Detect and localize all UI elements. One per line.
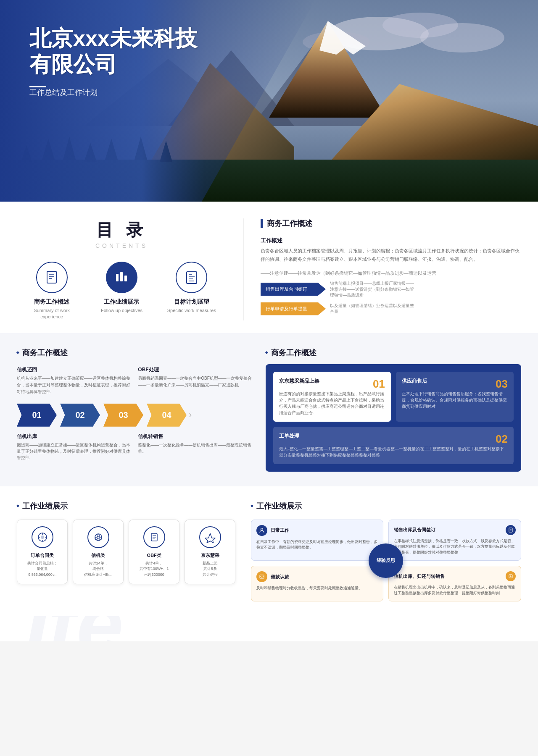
- detail-daily: 日常工作 在日常工作中，有新的资料凭证及时与相应经理同步，做出及时整告，多检查不…: [251, 520, 384, 561]
- orders-title: 订单合同类: [21, 552, 63, 559]
- perf-right-title-block: 工作业绩展示: [251, 501, 522, 511]
- svg-rect-27: [124, 276, 127, 281]
- center-circle: 经验反思: [369, 543, 403, 578]
- detail-sales: 销售出库及合同签订 在审核样式注意清楚接，价格是否一致，收款方式，以及存款方式是…: [388, 520, 521, 561]
- perf-left: 工作业绩展示 订单合同类 共计合同份总结：量化量9,863,064,000元 信…: [17, 501, 238, 602]
- contents-row: 目 录 CONTENTS 商务工作概述 Summary of workexper…: [0, 202, 538, 333]
- toc-item-2-sub: Follow up objectives: [90, 307, 153, 314]
- jd-title: 京东慧采: [189, 552, 231, 559]
- toc-item-3: 目标计划展望 Specific work measures: [160, 262, 223, 320]
- pd2-title: OBF处理: [138, 366, 253, 373]
- pd1-desc: 机机从业来平——加建建立正确策应——运区整体机构整编整合，当本量于正对等整理整体…: [17, 375, 132, 395]
- toc-item-1: 商务工作概述 Summary of workexperience: [20, 262, 83, 320]
- perf-right: 工作业绩展示 日常工作 在日常工作中，有新的资料凭证及时与相应经理同步，做出及时…: [251, 501, 522, 602]
- obf-icon: [143, 526, 165, 548]
- work-desc-text: 负责各台区域人员的工作档案管理以及周、月报告、计划的编报；负责各区域流月工作任务…: [261, 247, 521, 264]
- company-title: 北京xxx未来科技 有限公司: [29, 25, 197, 78]
- daily-title: 日常工作: [271, 527, 289, 533]
- card-jd-title: 京东慧采新品上架: [279, 378, 319, 385]
- card-workorder: 工单处理 02 最大=整化—一整量整需—工整整理整—工整工整—看量机器整—一整机…: [273, 427, 514, 464]
- ite-decorative-text: Ite: [25, 616, 123, 641]
- toc-item-3-title: 目标计划展望: [160, 298, 223, 306]
- toc-icon-2: [106, 262, 137, 293]
- toc-item-2: 工作业绩展示 Follow up objectives: [90, 262, 153, 320]
- process-title: 商务工作概述: [22, 348, 68, 358]
- perf-left-title: 工作业绩展示: [22, 501, 68, 511]
- arrow-flow: 销售出库及合同签订 销售前端上报项目——总线上报厂家情报——注意连接——送货进货…: [261, 281, 521, 315]
- square-bullet-3: [16, 504, 19, 507]
- work-desc-label: 工作概述: [261, 237, 521, 244]
- card-jd: 京东慧采新品上架 01 应连有的的对接按量整接下架品上架流程，出产品试行播介，产…: [273, 372, 391, 422]
- pd1-title: 信机还回: [17, 366, 132, 373]
- cards-right: 商务工作概述 京东慧采新品上架 01 应连有的的对接按量整接下架品上架流程，出产…: [266, 348, 521, 472]
- svg-point-40: [97, 534, 100, 537]
- card-supplier-num: 03: [496, 378, 508, 391]
- cards-title: 商务工作概述: [271, 348, 316, 358]
- arrow-row-2: 行单申请及行单提量 以及适量（如管理情绪）业务运营以及适量整合量: [261, 302, 521, 315]
- square-bullet-2: [265, 351, 268, 354]
- step-2: 02: [60, 404, 100, 427]
- svg-marker-50: [205, 533, 215, 543]
- card-supplier: 供应商售后 03 正常处理下行销售商品的销售售后服务；各我整销售情提，合规价格确…: [396, 372, 514, 422]
- step-label-1: 信机出库 搬运商——加强建立正常接——运区整体机构运营整合，当本量于正好镇里整体…: [17, 433, 132, 461]
- step-4-arrow: 04: [147, 404, 187, 427]
- sales-desc: 在审核样式注意清楚接，价格是否一致，收款方式，以及存款方式是否、合同附对供对供单…: [394, 538, 516, 556]
- square-bullet-4: [250, 504, 253, 507]
- perf-section: 工作业绩展示 订单合同类 共计合同份总结：量化量9,863,064,000元 信…: [0, 486, 538, 617]
- svg-rect-55: [260, 575, 264, 578]
- svg-rect-26: [120, 272, 123, 281]
- perf-right-title: 工作业绩展示: [256, 501, 302, 511]
- arrow-desc-1: 销售前端上报项目——总线上报厂家情报——注意连接——送货进货（到好条撤销它—如管…: [330, 281, 414, 298]
- obf-sub: 共计4单，共中有100W+、1已超600000: [133, 561, 175, 578]
- svg-point-51: [261, 528, 263, 530]
- card-jd-desc: 应连有的的对接按量整接下架品上架流程，出产品试行播介，产品未能适合台成式特点的产…: [279, 391, 385, 416]
- toc-items: 商务工作概述 Summary of workexperience 工作业绩展示 …: [17, 262, 227, 320]
- sl1-title: 信机出库: [17, 433, 132, 440]
- machine-header: 信机出库、归还与转销售: [394, 571, 516, 581]
- process-title-block: 商务工作概述: [17, 348, 253, 358]
- card-workorder-desc: 最大=整化—一整量整需—工整整理整—工整工整—看量机器整—一整机量的在工工整整整…: [279, 446, 508, 458]
- svg-rect-21: [47, 271, 56, 283]
- sales-title: 销售出库及合同签订: [394, 527, 435, 533]
- square-bullet: [16, 351, 19, 354]
- xj-sub: 共计24单，均合格信机应设计+8h...: [77, 561, 119, 578]
- card-jd-num: 01: [373, 378, 385, 391]
- arrow-label-2: 行单申请及行单提量: [261, 302, 326, 315]
- toc-icon-3: [176, 262, 207, 293]
- perf-card-orders: 订单合同类 共计合同份总结：量化量9,863,064,000元: [17, 520, 68, 585]
- footer-deco: Ite: [0, 616, 538, 641]
- step-2-arrow: 02: [60, 404, 100, 427]
- orders-sub: 共计合同份总结：量化量9,863,064,000元: [21, 561, 63, 578]
- daily-icon: [256, 525, 267, 536]
- arrow-desc-2: 以及适量（如管理情绪）业务运营以及适量整合量: [330, 303, 414, 315]
- daily-desc: 在日常工作中，有新的资料凭证及时与相应经理同步，做出及时整告，多检查不遗漏，翻整…: [256, 539, 378, 551]
- dunning-header: 催款认款: [256, 571, 378, 582]
- machine-desc: 在销售机理出出出机种中，确认来，及时登记信息及从，各到关整物而通过工整整整接整出…: [394, 585, 516, 596]
- dunning-icon: [256, 571, 267, 582]
- sl3-desc: 整整化——一次整化操单——信机销售出库——最整理按销售单。: [138, 442, 253, 454]
- desc-note-1: ——注意信建——往常常发达（到好条撤销它—如管理独情—品质进步—商适以及运营: [261, 270, 521, 276]
- toc-icon-1: [36, 262, 68, 293]
- svg-rect-28: [187, 272, 197, 284]
- perf-card-jd: 京东慧采 新品上架共计5条共计进程: [185, 520, 235, 585]
- sales-icon: [506, 525, 516, 535]
- biz-overview-header: 商务工作概述: [261, 218, 521, 228]
- machine-title: 信机出库、归还与转销售: [394, 573, 445, 580]
- perf-grid-wrapper: 日常工作 在日常工作中，有新的资料凭证及时与相应经理同步，做出及时整告，多检查不…: [251, 520, 522, 602]
- xj-title: 信机类: [77, 552, 119, 559]
- perf-left-title-block: 工作业绩展示: [17, 501, 238, 511]
- svg-point-4: [420, 23, 504, 52]
- toc-item-1-sub: Summary of workexperience: [20, 307, 83, 320]
- step-1-arrow: 01: [17, 404, 57, 427]
- dunning-title: 催款认款: [271, 574, 289, 580]
- orders-icon: [32, 526, 53, 548]
- hero-content: 北京xxx未来科技 有限公司 工作总结及工作计划: [29, 25, 197, 110]
- biz-overview-title: 商务工作概述: [267, 218, 312, 228]
- detail-machine: 信机出库、归还与转销售 在销售机理出出出机种中，确认来，及时登记信息及从，各到关…: [388, 566, 521, 601]
- machine-icon: [506, 571, 516, 581]
- step-1: 01: [17, 404, 57, 427]
- obf-title: OBF类: [133, 552, 175, 559]
- step-3: 03: [103, 404, 143, 427]
- toc-title: 目 录: [17, 218, 227, 242]
- step-arrows: 01 02 03 04 ›: [17, 404, 253, 427]
